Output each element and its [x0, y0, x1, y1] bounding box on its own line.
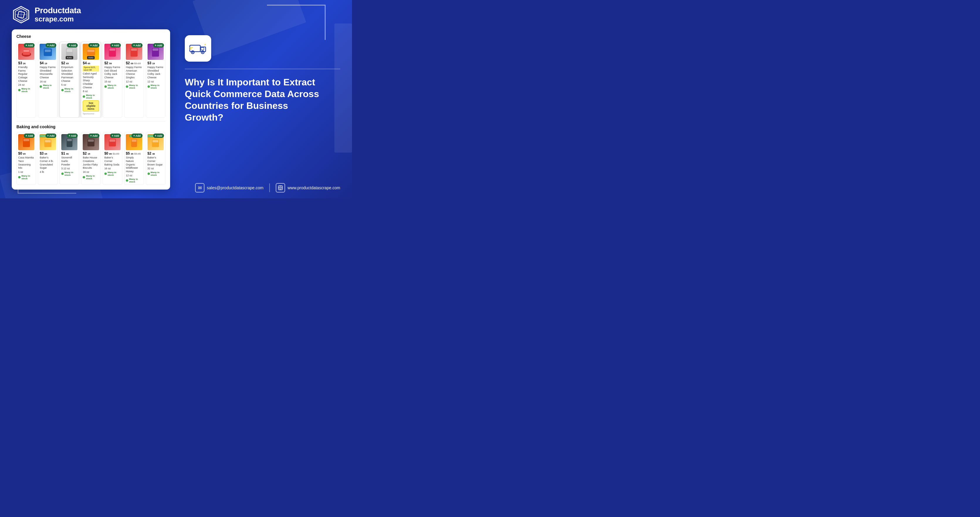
svg-rect-31 — [132, 139, 137, 142]
see-eligible-button[interactable]: See eligible items — [83, 100, 99, 111]
add-cottage-cheese-button[interactable]: Add — [24, 43, 35, 48]
svg-rect-33 — [153, 140, 158, 142]
headline-text: Why Is It Important to Extract Quick Com… — [185, 76, 320, 123]
website-icon — [276, 183, 285, 192]
add-baking-soda-button[interactable]: Add — [110, 134, 121, 138]
add-cheddar-button[interactable]: Add — [88, 43, 99, 48]
svg-rect-27 — [88, 139, 94, 142]
product-garlic-powder: Add $106 Stonemill Garlic Powder 3.12 oz… — [60, 132, 79, 185]
svg-rect-9 — [45, 49, 51, 52]
add-colby-jack-button[interactable]: Add — [110, 43, 121, 48]
right-panel: Why Is It Important to Extract Quick Com… — [185, 29, 340, 123]
product-mozzarella: Add $419 Happy Farms Shredded Mozzarella… — [38, 42, 57, 118]
product-singles: Add $209$2.19 Happy Farms American Chees… — [124, 42, 144, 118]
product-cottage-cheese: Add $326 Friendly Farms Regular Cottage … — [16, 42, 36, 118]
footer-contact: ✉ sales@productdatascrape.com www.produc… — [195, 183, 340, 192]
svg-rect-25 — [67, 139, 72, 141]
add-brown-sugar-button[interactable]: Add — [153, 134, 164, 138]
svg-rect-21 — [24, 139, 29, 141]
svg-rect-17 — [131, 48, 137, 51]
add-honey-button[interactable]: Add — [131, 134, 142, 138]
svg-rect-13 — [88, 49, 94, 52]
contact-divider — [269, 183, 270, 192]
content-area: Cheese Add $326 Friendly Farms Regular C… — [0, 0, 352, 198]
email-icon: ✉ — [195, 183, 204, 192]
add-biscuits-button[interactable]: Add — [88, 134, 99, 138]
svg-rect-34 — [190, 45, 200, 52]
add-singles-button[interactable]: Add — [131, 43, 142, 48]
grocery-panel: Cheese Add $326 Friendly Farms Regular C… — [12, 29, 170, 189]
product-baking-soda: Add $089$1.09 Baker's Corner Baking Soda… — [103, 132, 123, 185]
svg-rect-29 — [110, 139, 115, 142]
svg-rect-7 — [24, 50, 29, 52]
add-garlic-button[interactable]: Add — [67, 134, 78, 138]
sponsored-text: Sponsored — [83, 112, 99, 115]
add-parmesan-button[interactable]: Add — [67, 43, 78, 48]
baking-products-grid: Add $065 Casa Mamita Taco Seasoning Mix … — [16, 132, 165, 185]
svg-rect-36 — [201, 48, 204, 50]
svg-rect-11 — [67, 49, 72, 52]
svg-rect-8 — [44, 48, 52, 56]
product-sugar: Add Cholesterol-Free $365 Baker's Corner… — [38, 132, 57, 185]
product-cheddar: Add Keto $465 Spend $25, save $5 Cabot A… — [81, 42, 100, 118]
svg-point-40 — [202, 52, 203, 53]
truck-icon-box — [185, 35, 211, 62]
promo-label: Spend $25, save $5 — [83, 66, 99, 72]
add-taco-button[interactable]: Add — [24, 134, 35, 138]
divider-line — [185, 68, 340, 69]
cheese-section-title: Cheese — [16, 34, 165, 39]
product-brown-sugar: Add Cholesterol-Free $248 Baker's Corner… — [146, 132, 165, 185]
logo-name-top: Productdata — [35, 6, 81, 15]
add-sugar-button[interactable]: Add — [46, 134, 56, 138]
svg-rect-19 — [153, 48, 158, 51]
add-shredded-colby-button[interactable]: Add — [153, 43, 164, 48]
contact-email: ✉ sales@productdatascrape.com — [195, 183, 263, 192]
svg-point-38 — [192, 52, 193, 53]
product-shredded-colby: Add $319 Happy Farms Shredded Colby Jack… — [146, 42, 165, 118]
svg-rect-15 — [110, 48, 115, 51]
logo-icon — [12, 5, 30, 24]
product-parmesan: Add Keto $265 Emporium Selection Shredde… — [60, 42, 79, 118]
add-mozzarella-button[interactable]: Add — [46, 43, 56, 48]
cheese-products-grid: Add $326 Friendly Farms Regular Cottage … — [16, 42, 165, 118]
product-biscuits: Add $215 Bake House Creations Jumbo Flak… — [81, 132, 100, 185]
product-taco-seasoning: Add $065 Casa Mamita Taco Seasoning Mix … — [16, 132, 36, 185]
svg-rect-23 — [45, 140, 51, 142]
product-colby-jack: Add $259 Happy Farms Deli Sliced Colby J… — [103, 42, 123, 118]
truck-icon — [189, 41, 207, 56]
contact-website: www.productdatascrape.com — [276, 183, 340, 192]
baking-section-title: Baking and cooking — [16, 124, 165, 129]
header: Productdata scrape.com — [0, 0, 352, 29]
logo-text: Productdata scrape.com — [35, 6, 81, 23]
product-honey: Add Organic $535$6.45 Simply Nature Orga… — [124, 132, 144, 185]
logo-name-bottom: scrape.com — [35, 15, 81, 23]
